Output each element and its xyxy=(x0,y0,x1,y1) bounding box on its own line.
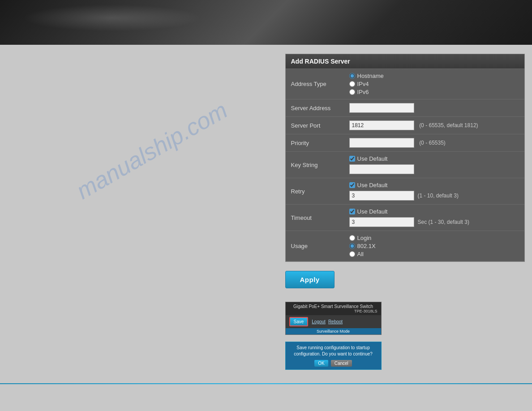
hostname-label: Hostname xyxy=(357,73,384,79)
timeout-value: Use Default Sec (1 - 30, default 3) xyxy=(344,205,524,231)
usage-login-radio[interactable] xyxy=(349,235,355,241)
server-port-label: Server Port xyxy=(286,117,344,134)
timeout-hint: Sec (1 - 30, default 3) xyxy=(418,219,469,225)
retry-use-default[interactable]: Use Default xyxy=(349,182,519,188)
priority-label: Priority xyxy=(286,134,344,152)
hostname-option[interactable]: Hostname xyxy=(349,73,519,79)
server-address-row: Server Address xyxy=(286,99,524,117)
retry-label: Retry xyxy=(286,178,344,205)
address-type-label: Address Type xyxy=(286,69,344,99)
reboot-link[interactable]: Reboot xyxy=(328,319,343,324)
device-links: Logout Reboot xyxy=(312,319,343,324)
apply-button-container: Apply xyxy=(285,271,525,288)
priority-row: Priority (0 - 65535) xyxy=(286,134,524,152)
device-panel-body: Save Logout Reboot xyxy=(286,315,381,328)
device-model: Gigabit PoE+ Smart Surveillance Switch xyxy=(289,304,378,309)
header-banner xyxy=(0,0,532,45)
form-container: Add RADIUS Server Address Type Hostname xyxy=(285,54,525,370)
priority-hint: (0 - 65535) xyxy=(419,140,446,146)
ipv4-label: IPv4 xyxy=(357,81,369,87)
ipv6-option[interactable]: IPv6 xyxy=(349,89,519,95)
bottom-line xyxy=(0,383,532,384)
device-panel-container: Gigabit PoE+ Smart Surveillance Switch T… xyxy=(285,302,525,335)
retry-input[interactable] xyxy=(349,191,414,201)
retry-container: Use Default (1 - 10, default 3) xyxy=(349,182,519,201)
timeout-use-default-label: Use Default xyxy=(357,208,388,215)
cancel-button[interactable]: Cancel xyxy=(331,360,352,367)
timeout-label: Timeout xyxy=(286,205,344,231)
ipv4-radio[interactable] xyxy=(349,81,355,87)
ipv4-option[interactable]: IPv4 xyxy=(349,81,519,87)
usage-login-label: Login xyxy=(357,235,372,241)
key-string-row: Key String Use Default xyxy=(286,152,524,178)
apply-button[interactable]: Apply xyxy=(285,271,335,288)
address-type-radio-group: Hostname IPv4 IPv6 xyxy=(349,73,519,95)
usage-8021x-radio[interactable] xyxy=(349,243,355,249)
ok-button[interactable]: OK xyxy=(314,360,328,367)
usage-8021x-label: 802.1X xyxy=(357,243,376,249)
key-string-use-default-label: Use Default xyxy=(357,155,388,162)
save-config-message: Save running configuration to startup co… xyxy=(290,345,377,357)
timeout-row: Timeout Use Default Sec (1 - 30, default… xyxy=(286,205,524,231)
priority-value: (0 - 65535) xyxy=(344,134,524,152)
device-model-number: TPE-3018LS xyxy=(289,309,378,313)
usage-value: Login 802.1X All xyxy=(344,231,524,261)
server-port-row: Server Port (0 - 65535, default 1812) xyxy=(286,117,524,134)
device-panel: Gigabit PoE+ Smart Surveillance Switch T… xyxy=(285,302,382,335)
priority-input[interactable] xyxy=(349,138,414,148)
retry-use-default-label: Use Default xyxy=(357,182,388,188)
logout-link[interactable]: Logout xyxy=(312,319,326,324)
server-port-value: (0 - 65535, default 1812) xyxy=(344,117,524,134)
device-panel-header: Gigabit PoE+ Smart Surveillance Switch T… xyxy=(286,302,381,315)
timeout-use-default[interactable]: Use Default xyxy=(349,208,519,215)
usage-8021x-option[interactable]: 802.1X xyxy=(349,243,519,249)
address-type-row: Address Type Hostname IPv4 xyxy=(286,69,524,99)
panel-title: Add RADIUS Server xyxy=(286,54,524,69)
key-string-container: Use Default xyxy=(349,155,519,174)
key-string-input[interactable] xyxy=(349,164,414,174)
usage-radio-group: Login 802.1X All xyxy=(349,235,519,257)
key-string-label: Key String xyxy=(286,152,344,178)
usage-login-option[interactable]: Login xyxy=(349,235,519,241)
usage-all-label: All xyxy=(357,251,364,257)
ipv6-radio[interactable] xyxy=(349,89,355,95)
add-radius-panel: Add RADIUS Server Address Type Hostname xyxy=(285,54,525,262)
save-config-buttons: OK Cancel xyxy=(290,360,377,367)
timeout-input[interactable] xyxy=(349,217,414,227)
surveillance-bar: Surveillance Mode xyxy=(286,328,381,334)
usage-label: Usage xyxy=(286,231,344,261)
main-content: Add RADIUS Server Address Type Hostname xyxy=(0,45,532,370)
server-address-label: Server Address xyxy=(286,99,344,117)
save-config-dialog: Save running configuration to startup co… xyxy=(285,342,382,370)
address-type-value: Hostname IPv4 IPv6 xyxy=(344,69,524,99)
retry-row: Retry Use Default (1 - 10, default 3) xyxy=(286,178,524,205)
key-string-checkbox[interactable] xyxy=(349,156,355,162)
retry-checkbox[interactable] xyxy=(349,182,355,188)
usage-all-option[interactable]: All xyxy=(349,251,519,257)
server-address-input[interactable] xyxy=(349,103,414,113)
server-port-hint: (0 - 65535, default 1812) xyxy=(419,122,478,128)
save-button[interactable]: Save xyxy=(289,317,309,326)
key-string-value: Use Default xyxy=(344,152,524,178)
usage-all-radio[interactable] xyxy=(349,251,355,257)
ipv6-label: IPv6 xyxy=(357,89,369,95)
form-table: Address Type Hostname IPv4 xyxy=(286,69,524,261)
retry-value: Use Default (1 - 10, default 3) xyxy=(344,178,524,205)
save-config-container: Save running configuration to startup co… xyxy=(285,342,525,370)
hostname-radio[interactable] xyxy=(349,73,355,79)
timeout-checkbox[interactable] xyxy=(349,209,355,214)
retry-hint: (1 - 10, default 3) xyxy=(418,193,459,199)
usage-row: Usage Login 802.1X xyxy=(286,231,524,261)
server-address-value xyxy=(344,99,524,117)
key-string-use-default[interactable]: Use Default xyxy=(349,155,519,162)
server-port-input[interactable] xyxy=(349,120,414,130)
timeout-container: Use Default Sec (1 - 30, default 3) xyxy=(349,208,519,227)
